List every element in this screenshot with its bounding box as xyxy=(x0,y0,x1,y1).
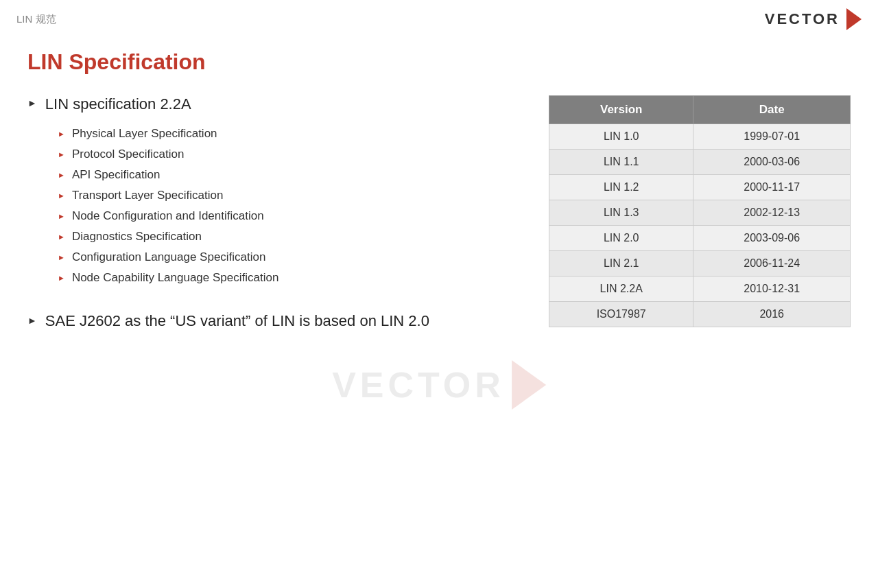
cell-version: LIN 1.1 xyxy=(549,150,693,175)
table-row: LIN 2.2A2010-12-31 xyxy=(549,277,851,302)
sub-bullets-list: ► Physical Layer Specification ► Protoco… xyxy=(58,127,521,285)
sub-item-label: Protocol Specification xyxy=(72,148,184,161)
cell-date: 2003-09-06 xyxy=(693,226,851,251)
sub-item-label: Transport Layer Specification xyxy=(72,189,223,202)
sub-bullet-icon: ► xyxy=(58,150,65,158)
list-item: ► Protocol Specification xyxy=(58,148,521,161)
cell-date: 2006-11-24 xyxy=(693,251,851,277)
lin-spec-label: LIN specification 2.2A xyxy=(45,95,191,113)
sub-bullet-icon: ► xyxy=(58,130,65,138)
watermark: VECTOR xyxy=(332,360,546,410)
version-table-section: Version Date LIN 1.01999-07-01LIN 1.1200… xyxy=(549,95,851,327)
header-title: LIN 规范 xyxy=(16,13,56,26)
table-row: LIN 1.32002-12-13 xyxy=(549,200,851,226)
cell-version: LIN 2.1 xyxy=(549,251,693,277)
table-row: LIN 1.22000-11-17 xyxy=(549,175,851,200)
cell-date: 2000-03-06 xyxy=(693,150,851,175)
vector-logo: VECTOR xyxy=(765,8,862,30)
list-item: ► Configuration Language Specification xyxy=(58,250,521,264)
sub-item-label: Diagnostics Specification xyxy=(72,230,202,244)
cell-version: LIN 2.0 xyxy=(549,226,693,251)
cell-date: 2002-12-13 xyxy=(693,200,851,226)
watermark-arrow-icon xyxy=(512,360,546,410)
cell-date: 1999-07-01 xyxy=(693,124,851,150)
sub-bullet-icon: ► xyxy=(58,191,65,200)
table-row: LIN 2.02003-09-06 xyxy=(549,226,851,251)
sub-item-label: Configuration Language Specification xyxy=(72,250,266,264)
left-section: ► LIN specification 2.2A ► Physical Laye… xyxy=(27,95,521,330)
bullet-lin-spec: ► LIN specification 2.2A xyxy=(27,95,521,113)
table-row: LIN 1.01999-07-01 xyxy=(549,124,851,150)
table-row: ISO179872016 xyxy=(549,302,851,327)
sae-bullet-icon: ► xyxy=(27,315,37,326)
cell-date: 2010-12-31 xyxy=(693,277,851,302)
sae-bullet: ► SAE J2602 as the “US variant” of LIN i… xyxy=(27,312,521,330)
sub-item-label: Physical Layer Specification xyxy=(72,127,217,141)
cell-date: 2016 xyxy=(693,302,851,327)
list-item: ► Physical Layer Specification xyxy=(58,127,521,141)
col-version-header: Version xyxy=(549,96,693,124)
sub-bullet-icon: ► xyxy=(58,171,65,179)
cell-date: 2000-11-17 xyxy=(693,175,851,200)
logo-text: VECTOR xyxy=(765,10,840,28)
cell-version: LIN 1.2 xyxy=(549,175,693,200)
sub-bullet-icon: ► xyxy=(58,233,65,241)
slide-content: LIN Specification ► LIN specification 2.… xyxy=(0,36,878,344)
cell-version: LIN 1.3 xyxy=(549,200,693,226)
bullet-arrow-icon: ► xyxy=(27,97,37,108)
table-row: LIN 1.12000-03-06 xyxy=(549,150,851,175)
list-item: ► API Specification xyxy=(58,168,521,182)
sae-label: SAE J2602 as the “US variant” of LIN is … xyxy=(45,312,429,330)
sub-bullet-icon: ► xyxy=(58,253,65,261)
header: LIN 规范 VECTOR xyxy=(0,0,878,36)
version-table: Version Date LIN 1.01999-07-01LIN 1.1200… xyxy=(549,95,851,327)
list-item: ► Transport Layer Specification xyxy=(58,189,521,202)
sub-item-label: Node Capability Language Specification xyxy=(72,271,278,285)
sub-bullet-icon: ► xyxy=(58,274,65,282)
watermark-text: VECTOR xyxy=(332,364,505,405)
col-date-header: Date xyxy=(693,96,851,124)
table-row: LIN 2.12006-11-24 xyxy=(549,251,851,277)
list-item: ► Node Capability Language Specification xyxy=(58,271,521,285)
cell-version: LIN 2.2A xyxy=(549,277,693,302)
cell-version: ISO17987 xyxy=(549,302,693,327)
logo-arrow-icon xyxy=(846,8,862,30)
main-layout: ► LIN specification 2.2A ► Physical Laye… xyxy=(27,95,851,330)
slide-title: LIN Specification xyxy=(27,49,851,75)
sub-item-label: API Specification xyxy=(72,168,161,182)
list-item: ► Diagnostics Specification xyxy=(58,230,521,244)
sub-item-label: Node Configuration and Identification xyxy=(72,209,264,223)
sub-bullet-icon: ► xyxy=(58,212,65,220)
table-header-row: Version Date xyxy=(549,96,851,124)
cell-version: LIN 1.0 xyxy=(549,124,693,150)
list-item: ► Node Configuration and Identification xyxy=(58,209,521,223)
